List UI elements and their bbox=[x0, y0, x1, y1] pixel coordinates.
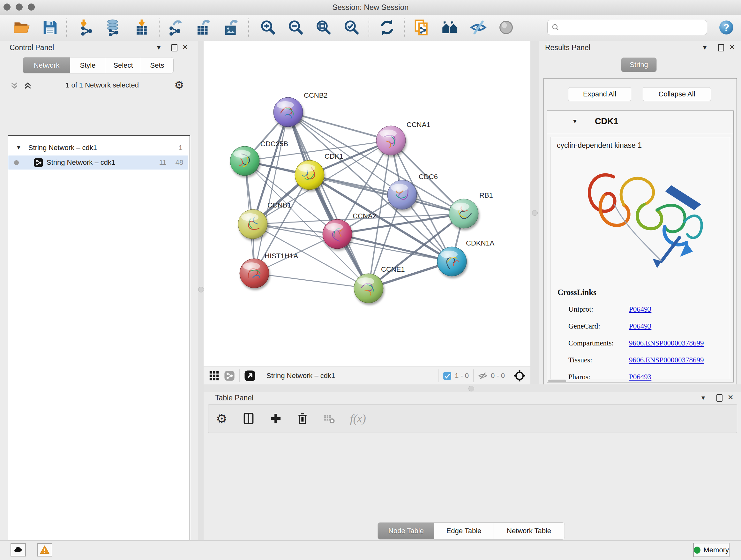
network-node-CDKN1A[interactable]: CDKN1A bbox=[437, 239, 495, 276]
network-edge-HIST1H1A-CCNE1[interactable] bbox=[254, 273, 368, 288]
crosslink-uniprot[interactable]: P06493 bbox=[629, 301, 651, 318]
memory-button[interactable]: Memory bbox=[693, 543, 730, 557]
panel-close-icon[interactable]: ✕ bbox=[182, 43, 188, 51]
status-bar: Memory bbox=[0, 540, 741, 560]
tab-select[interactable]: Select bbox=[105, 57, 141, 73]
warning-icon bbox=[40, 545, 50, 555]
network-node-CCNB1[interactable]: CCNB1 bbox=[238, 201, 291, 239]
tab-edge-table[interactable]: Edge Table bbox=[434, 522, 494, 540]
node-section-header[interactable]: ▼ CDK1 bbox=[547, 111, 733, 134]
selected-checkbox-icon[interactable] bbox=[443, 372, 452, 380]
collection-label: String Network – cdk1 bbox=[28, 144, 97, 152]
collection-expand-icon[interactable]: ▼ bbox=[16, 145, 21, 151]
delete-table-icon bbox=[323, 413, 335, 425]
network-edge-HIST1H1A-CCNB2[interactable] bbox=[254, 112, 288, 273]
warnings-button[interactable] bbox=[37, 543, 52, 557]
panel-float-icon[interactable] bbox=[718, 44, 724, 53]
node-label-RB1: RB1 bbox=[479, 191, 493, 199]
tab-node-table[interactable]: Node Table bbox=[378, 522, 434, 540]
node-gloss-highlight bbox=[298, 164, 315, 172]
panel-float-icon[interactable] bbox=[172, 44, 178, 53]
tab-style[interactable]: Style bbox=[70, 57, 106, 73]
node-gloss-highlight bbox=[380, 130, 397, 137]
import-network-file-icon[interactable] bbox=[77, 18, 95, 37]
string-network-graph[interactable]: CCNB2CCNA1CDC25BCDK1CDC6RB1CCNB1CCNA2CDK… bbox=[204, 41, 530, 367]
network-node-CCNE1[interactable]: CCNE1 bbox=[354, 265, 405, 303]
show-columns-icon[interactable] bbox=[242, 412, 255, 425]
cloud-icon bbox=[13, 545, 23, 555]
copy-style-icon[interactable] bbox=[413, 18, 431, 37]
collapse-all-networks-icon[interactable] bbox=[10, 81, 19, 90]
export-table-icon[interactable] bbox=[194, 18, 212, 37]
search-input[interactable] bbox=[562, 21, 704, 33]
title-bar: Session: New Session bbox=[0, 0, 741, 15]
panel-menu-icon[interactable]: ▾ bbox=[701, 394, 705, 402]
panel-float-icon[interactable] bbox=[717, 394, 723, 403]
splitter-handle[interactable] bbox=[532, 210, 538, 216]
fit-selected-crosshair-icon[interactable] bbox=[513, 369, 526, 382]
panel-close-icon[interactable]: ✕ bbox=[728, 393, 733, 401]
add-column-icon[interactable] bbox=[270, 413, 282, 425]
bottom-splitter[interactable] bbox=[204, 384, 741, 392]
import-network-database-icon[interactable] bbox=[105, 18, 122, 37]
node-gloss-highlight bbox=[277, 101, 294, 109]
refresh-layout-icon[interactable] bbox=[378, 18, 396, 37]
crosslink-compartments[interactable]: 9606.ENSP00000378699 bbox=[629, 334, 704, 352]
tab-network-table[interactable]: Network Table bbox=[493, 522, 565, 540]
export-network-icon[interactable] bbox=[166, 18, 185, 37]
panel-menu-icon[interactable]: ▾ bbox=[157, 44, 160, 52]
network-node-CCNA1[interactable]: CCNA1 bbox=[376, 121, 430, 155]
zoom-selected-icon[interactable] bbox=[343, 18, 360, 37]
expand-all-button[interactable]: Expand All bbox=[568, 87, 631, 101]
node-gloss-highlight bbox=[233, 150, 251, 158]
crosslink-tissues[interactable]: 9606.ENSP00000378699 bbox=[629, 352, 704, 368]
network-collection-row[interactable]: ▼ String Network – cdk1 1 bbox=[8, 141, 188, 155]
birdseye-view-icon[interactable] bbox=[244, 370, 256, 381]
export-image-icon[interactable] bbox=[222, 18, 240, 37]
panel-menu-icon[interactable]: ▾ bbox=[703, 44, 706, 52]
tab-sets[interactable]: Sets bbox=[141, 57, 174, 73]
splitter-handle[interactable] bbox=[468, 386, 474, 391]
zoom-out-icon[interactable] bbox=[287, 18, 305, 37]
table-settings-gear-icon[interactable]: ⚙ bbox=[216, 412, 227, 425]
home-layouts-icon[interactable] bbox=[441, 18, 459, 37]
section-collapse-icon[interactable]: ▼ bbox=[572, 118, 578, 125]
collection-count: 1 bbox=[179, 144, 183, 152]
network-row-selected[interactable]: String Network – cdk1 11 48 bbox=[8, 155, 188, 170]
left-splitter[interactable] bbox=[198, 41, 204, 540]
network-edge-count: 48 bbox=[176, 159, 183, 167]
crosslinks-list: Uniprot:P06493 GeneCard:P06493 Compartme… bbox=[568, 301, 725, 385]
zoom-fit-icon[interactable] bbox=[315, 18, 333, 37]
right-splitter[interactable] bbox=[530, 41, 539, 392]
network-node-HIST1H1A[interactable]: HIST1H1A bbox=[240, 252, 298, 288]
share-view-icon[interactable] bbox=[224, 370, 235, 381]
tab-network[interactable]: Network bbox=[23, 57, 71, 73]
tab-string-results[interactable]: String bbox=[621, 57, 657, 72]
network-options-gear-icon[interactable]: ⚙ bbox=[174, 78, 184, 91]
grid-view-icon[interactable] bbox=[209, 370, 219, 381]
protein-structure-image bbox=[566, 156, 715, 282]
node-label-CCNA2: CCNA2 bbox=[353, 212, 377, 220]
show-elements-icon[interactable] bbox=[497, 18, 515, 37]
node-label-CDK1: CDK1 bbox=[325, 152, 343, 160]
crosslink-genecard[interactable]: P06493 bbox=[629, 318, 651, 334]
hide-elements-icon[interactable] bbox=[469, 18, 487, 37]
zoom-in-icon[interactable] bbox=[259, 18, 277, 37]
save-session-icon[interactable] bbox=[41, 18, 59, 37]
network-node-CDK1[interactable]: CDK1 bbox=[295, 152, 343, 190]
import-table-icon[interactable] bbox=[133, 18, 151, 37]
help-icon[interactable]: ? bbox=[718, 18, 735, 37]
open-folder-icon[interactable] bbox=[13, 18, 30, 37]
network-selection-summary: 1 of 1 Network selected bbox=[42, 81, 163, 89]
control-panel-title: Control Panel bbox=[10, 44, 54, 52]
network-node-RB1[interactable]: RB1 bbox=[449, 191, 493, 228]
crosslink-pharos[interactable]: P06493 bbox=[629, 368, 651, 385]
delete-column-trash-icon[interactable] bbox=[296, 413, 309, 425]
panel-close-icon[interactable]: ✕ bbox=[729, 43, 735, 51]
collapse-all-button[interactable]: Collapse All bbox=[643, 87, 711, 101]
expand-all-networks-icon[interactable] bbox=[23, 81, 32, 90]
hidden-eye-icon[interactable] bbox=[478, 371, 488, 381]
splitter-handle[interactable] bbox=[198, 287, 204, 293]
horizontal-scrollbar-thumb[interactable] bbox=[548, 380, 566, 382]
cloud-button[interactable] bbox=[10, 543, 26, 557]
